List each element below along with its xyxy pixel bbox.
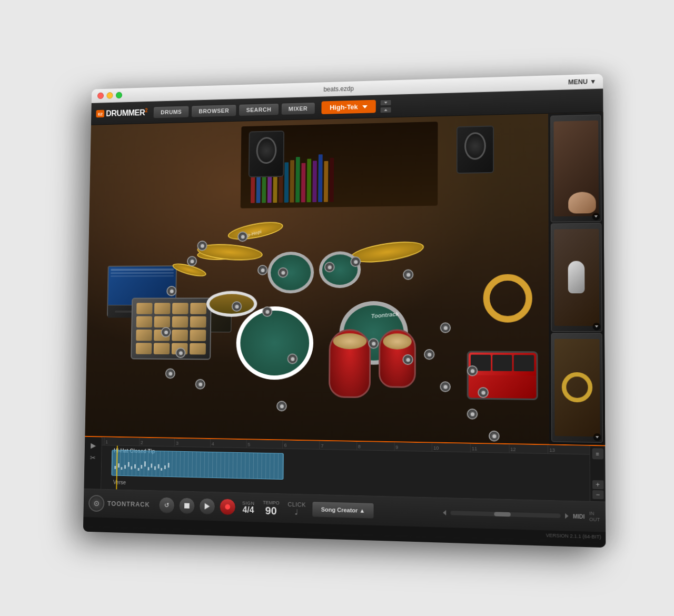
instrument-thumb-2[interactable]	[551, 223, 602, 332]
menu-toggle[interactable]: ≡	[592, 448, 603, 459]
search-tab[interactable]: SEARCH	[239, 103, 279, 116]
thumb-dropdown[interactable]	[592, 213, 600, 221]
pad	[492, 355, 512, 371]
maximize-button[interactable]	[116, 92, 122, 98]
preset-down-button[interactable]	[380, 106, 391, 113]
minimize-button[interactable]	[106, 92, 113, 99]
right-instruments-panel	[548, 112, 605, 445]
record	[284, 162, 289, 203]
pad	[136, 316, 152, 327]
pad	[190, 303, 206, 314]
svg-rect-9	[144, 461, 146, 466]
zoom-out-button[interactable]: −	[592, 490, 603, 499]
arrow-down-icon	[594, 215, 598, 217]
scroll-thumb[interactable]	[494, 512, 510, 516]
pad	[154, 316, 171, 328]
screen-content	[111, 275, 174, 277]
ez-logo: EZ	[96, 110, 104, 118]
snare-drum[interactable]	[206, 291, 257, 316]
thumb-visual	[553, 121, 599, 217]
record-button[interactable]	[220, 498, 236, 515]
play-button[interactable]	[199, 498, 215, 515]
pad	[136, 330, 152, 341]
instrument-thumb-3[interactable]	[551, 333, 603, 443]
ruler-mark-3: 3	[174, 439, 210, 447]
bottom-right-controls: MIDI IN OUT	[443, 507, 600, 523]
speaker-left	[249, 131, 284, 177]
svg-rect-3	[124, 465, 126, 469]
midi-notes-visual	[112, 450, 283, 479]
svg-rect-11	[151, 463, 152, 468]
select-tool-icon[interactable]: ▶	[91, 441, 96, 450]
scroll-track[interactable]	[450, 511, 560, 518]
ruler-mark-4: 4	[210, 439, 246, 448]
svg-rect-12	[154, 466, 156, 470]
svg-rect-14	[161, 468, 162, 471]
thumb-dropdown[interactable]	[593, 433, 601, 441]
menu-button[interactable]: MENU ▼	[568, 77, 597, 86]
app-name: DRUMMER2	[106, 107, 147, 118]
midi-block[interactable]	[111, 450, 284, 480]
scroll-right-icon[interactable]	[565, 513, 568, 519]
click-display[interactable]: Click ♩	[288, 501, 306, 516]
record	[290, 160, 294, 203]
drums-tab[interactable]: DRUMS	[153, 105, 190, 118]
ruler-mark-6: 6	[283, 441, 320, 449]
midi-notes-svg	[112, 450, 283, 479]
ruler-mark-11: 11	[470, 444, 509, 453]
pad	[172, 316, 189, 328]
loop-button[interactable]: ↺	[159, 496, 175, 514]
scroll-left-icon[interactable]	[443, 510, 446, 516]
ruler-mark-2: 2	[139, 438, 174, 446]
window-title: beats.ezdp	[323, 85, 354, 93]
pad	[471, 355, 491, 371]
preset-display[interactable]: High-Tek	[321, 100, 375, 114]
close-button[interactable]	[97, 93, 104, 100]
browser-tab[interactable]: BROWSER	[191, 104, 237, 117]
speaker-right	[457, 125, 494, 174]
tom-2[interactable]	[319, 251, 361, 288]
instrument-thumb-1[interactable]	[550, 114, 601, 222]
tambourine[interactable]	[483, 274, 532, 323]
out-label: OUT	[589, 516, 600, 523]
record	[330, 158, 334, 202]
speaker-cone	[464, 132, 485, 160]
preset-name: High-Tek	[330, 103, 358, 111]
stop-icon	[185, 503, 190, 509]
scissors-tool-icon[interactable]: ✂	[90, 453, 96, 462]
right-controls: ≡ + −	[589, 446, 606, 502]
pad	[172, 343, 188, 355]
version-text: VERSION 2.1.1 (64-BIT)	[546, 533, 601, 540]
midi-label: MIDI	[573, 513, 585, 520]
song-creator-button[interactable]: Song Creator ▲	[312, 501, 374, 519]
svg-rect-13	[158, 464, 160, 469]
zoom-buttons: + −	[592, 480, 603, 499]
record-icon	[225, 504, 231, 510]
svg-rect-4	[128, 462, 130, 467]
drum-machine	[467, 351, 538, 400]
pad	[190, 343, 206, 355]
arrow-down-icon	[596, 436, 599, 438]
pad	[136, 343, 152, 354]
conga-large[interactable]	[329, 329, 371, 398]
pad-controller	[131, 297, 211, 360]
in-out-labels: IN OUT	[589, 511, 600, 523]
tempo-value: 90	[265, 505, 277, 516]
svg-rect-16	[168, 463, 170, 468]
click-icon: ♩	[295, 508, 299, 516]
drum-machine-top	[469, 353, 537, 376]
stop-button[interactable]	[179, 497, 195, 514]
pad	[154, 343, 170, 354]
svg-rect-15	[164, 465, 166, 469]
arrow-up-icon	[384, 101, 387, 103]
preset-nav-arrows	[380, 99, 391, 113]
conga-small[interactable]	[379, 329, 416, 388]
record	[295, 157, 300, 202]
preset-up-button[interactable]	[380, 99, 391, 105]
arrow-down-icon	[595, 325, 598, 327]
zoom-in-button[interactable]: +	[592, 480, 603, 489]
ruler-mark-8: 8	[356, 442, 394, 451]
thumb-dropdown[interactable]	[593, 323, 601, 331]
app-window: beats.ezdp MENU ▼ EZ DRUMMER2 DRUMS	[61, 66, 613, 550]
mixer-tab[interactable]: MIXER	[281, 102, 315, 115]
